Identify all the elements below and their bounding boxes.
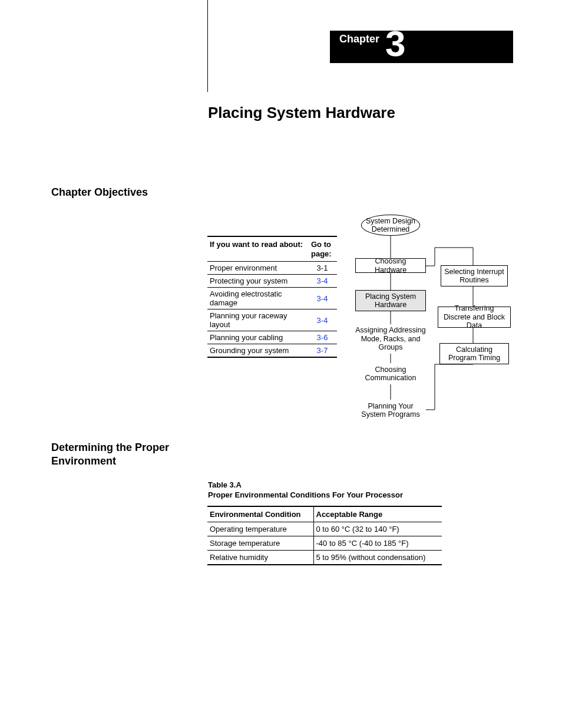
toc-page-link[interactable]: 3-4 [309,275,337,288]
toc-page-link[interactable]: 3-7 [309,344,337,358]
table-header-row: Environmental Condition Acceptable Range [207,506,442,522]
env-header-range: Acceptable Range [313,506,442,522]
table-row: Operating temperature 0 to 60 °C (32 to … [207,522,442,536]
env-condition: Relative humidity [207,551,313,565]
flowchart: System Design Determined Choosing Hardwa… [343,212,514,424]
table-row: Storage temperature -40 to 85 °C (-40 to… [207,536,442,551]
toc-header-topic: If you want to read about: [207,236,309,262]
toc-topic: Grounding your system [207,344,309,358]
toc-page-link[interactable]: 3-4 [309,288,337,309]
table-caption-id: Table 3.A [208,480,242,489]
table-row: Planning your cabling 3-6 [207,331,337,344]
env-condition: Operating temperature [207,522,313,536]
toc-topic: Planning your raceway layout [207,309,309,331]
flow-box-current: Placing System Hardware [355,290,426,311]
toc-topic: Protecting your system [207,275,309,288]
flow-box: Planning Your System Programs [355,400,426,421]
table-row: Proper environment 3-1 [207,262,337,275]
env-header-condition: Environmental Condition [207,506,313,522]
chapter-label: Chapter [339,33,379,45]
toc-page: 3-1 [309,262,337,275]
toc-topic: Avoiding electrostatic damage [207,288,309,309]
vertical-rule [207,0,208,92]
table-row: Avoiding electrostatic damage 3-4 [207,288,337,309]
table-caption-title: Proper Environmental Conditions For Your… [208,490,403,499]
table-caption: Table 3.A Proper Environmental Condition… [208,480,403,500]
toc-page-link[interactable]: 3-6 [309,331,337,344]
table-row: Planning your raceway layout 3-4 [207,309,337,331]
flow-box: Calculating Program Timing [439,343,509,364]
flow-box: Selecting Interrupt Routines [441,265,508,286]
table-row: Protecting your system 3-4 [207,275,337,288]
toc-topic: Planning your cabling [207,331,309,344]
section-heading-environment: Determining the Proper Environment [51,441,181,467]
toc-table: If you want to read about: Go to page: P… [207,236,337,358]
env-condition: Storage temperature [207,536,313,551]
toc-page-link[interactable]: 3-4 [309,309,337,331]
env-conditions-table: Environmental Condition Acceptable Range… [207,506,442,565]
flow-box: Transferring Discrete and Block Data [438,307,511,328]
table-row: Relative humidity 5 to 95% (without cond… [207,551,442,565]
section-heading-objectives: Chapter Objectives [51,186,148,199]
toc-header-page: Go to page: [309,236,337,262]
chapter-number: 3 [385,25,405,62]
flow-box: Choosing Hardware [355,258,426,273]
flow-box: Assigning Addressing Mode, Racks, and Gr… [351,324,430,354]
flow-box: Choosing Communication [361,363,420,384]
env-range: 0 to 60 °C (32 to 140 °F) [313,522,442,536]
table-header-row: If you want to read about: Go to page: [207,236,337,262]
flow-start: System Design Determined [361,215,420,236]
toc-topic: Proper environment [207,262,309,275]
env-range: -40 to 85 °C (-40 to 185 °F) [313,536,442,551]
chapter-title: Placing System Hardware [208,104,395,122]
table-row: Grounding your system 3-7 [207,344,337,358]
env-range: 5 to 95% (without condensation) [313,551,442,565]
